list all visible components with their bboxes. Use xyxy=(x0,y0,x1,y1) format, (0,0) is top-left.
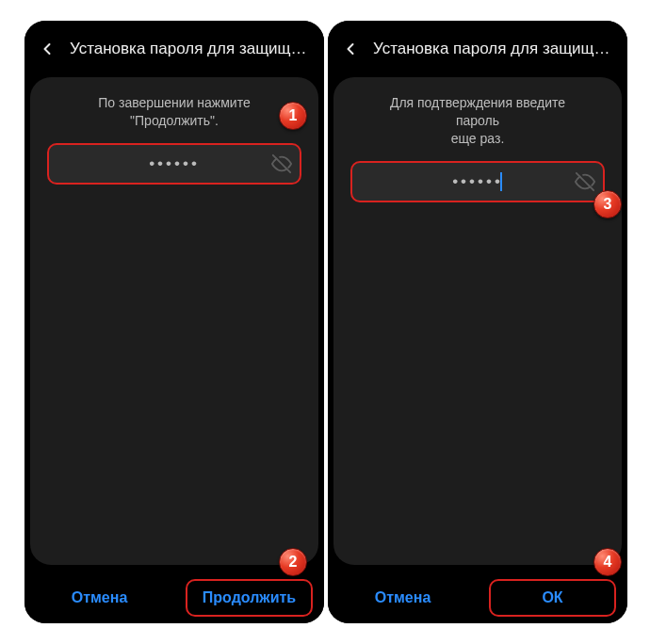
callout-badge-4: 4 xyxy=(593,548,622,576)
password-field-highlight xyxy=(47,143,301,185)
callout-badge-2: 2 xyxy=(279,548,307,576)
page-title: Установка пароля для защищен… xyxy=(373,40,614,58)
cancel-button[interactable]: Отмена xyxy=(328,572,478,623)
callout-badge-1: 1 xyxy=(279,102,307,130)
action-bar: Отмена Продолжить xyxy=(24,572,324,623)
ok-button[interactable]: ОК xyxy=(478,572,627,623)
titlebar: Установка пароля для защищен… xyxy=(328,21,627,77)
callout-badge-3: 3 xyxy=(593,190,622,218)
tutorial-composite: Установка пароля для защищен… По заверше… xyxy=(0,0,650,644)
titlebar: Установка пароля для защищен… xyxy=(24,21,324,77)
continue-button[interactable]: Продолжить xyxy=(174,572,324,623)
eye-off-icon[interactable] xyxy=(575,171,595,192)
content-panel: По завершении нажмите "Продолжить". xyxy=(30,77,318,565)
back-icon[interactable] xyxy=(341,40,360,58)
instruction-text: Для подтверждения введите пароль еще раз… xyxy=(343,94,612,148)
eye-off-icon[interactable] xyxy=(271,153,292,174)
action-bar: Отмена ОК xyxy=(328,572,627,623)
phone-screen-2: Установка пароля для защищен… Для подтве… xyxy=(328,21,627,623)
password-field-highlight xyxy=(350,161,605,202)
password-input[interactable] xyxy=(352,172,603,191)
content-panel: Для подтверждения введите пароль еще раз… xyxy=(333,77,622,565)
back-icon[interactable] xyxy=(38,40,57,58)
password-input[interactable] xyxy=(49,154,300,173)
page-title: Установка пароля для защищен… xyxy=(70,40,311,58)
text-cursor xyxy=(500,172,502,191)
cancel-button[interactable]: Отмена xyxy=(24,572,174,623)
instruction-text: По завершении нажмите "Продолжить". xyxy=(40,94,309,130)
